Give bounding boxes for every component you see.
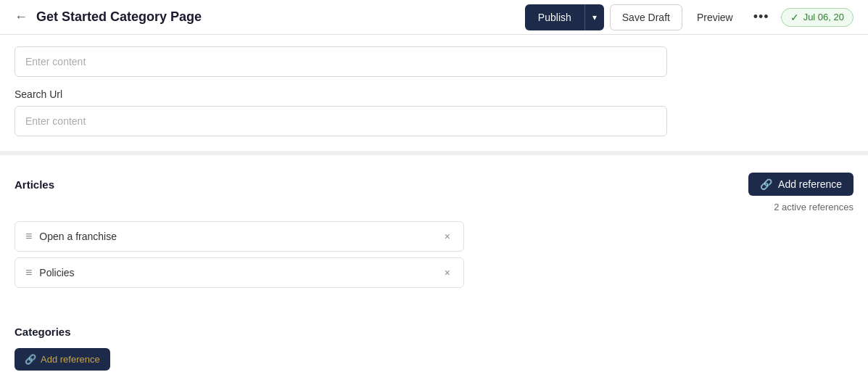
fields-section: Search Url	[0, 35, 868, 155]
back-button[interactable]: ←	[15, 9, 28, 25]
publish-button-group: Publish ▾	[525, 4, 604, 30]
status-badge: ✓ Jul 06, 20	[781, 8, 853, 27]
page-title: Get Started Category Page	[36, 9, 525, 25]
add-reference-button-articles[interactable]: 🔗 Add reference	[748, 173, 853, 196]
articles-title: Articles	[15, 178, 54, 191]
ref-text-0: Open a franchise	[39, 231, 117, 242]
drag-handle-icon-0: ≡	[25, 230, 32, 243]
content-input-1[interactable]	[15, 46, 667, 77]
remove-reference-button-0[interactable]: ×	[442, 229, 453, 244]
ref-left-1: ≡ Policies	[25, 266, 75, 279]
header-actions: Publish ▾ Save Draft Preview ••• ✓ Jul 0…	[525, 4, 853, 30]
categories-section: Categories 🔗 Add reference	[0, 311, 868, 372]
ref-text-1: Policies	[39, 267, 74, 278]
add-reference-label-articles: Add reference	[778, 178, 842, 190]
publish-button[interactable]: Publish	[525, 4, 584, 30]
active-references-count: 2 active references	[15, 202, 853, 212]
link-icon-articles: 🔗	[760, 178, 772, 190]
status-date: Jul 06, 20	[803, 12, 844, 22]
categories-title: Categories	[15, 326, 853, 338]
reference-item-1: ≡ Policies ×	[15, 257, 464, 288]
link-icon-categories: 🔗	[25, 354, 36, 365]
drag-handle-icon-1: ≡	[25, 266, 32, 279]
articles-header-row: Articles 🔗 Add reference	[15, 173, 853, 196]
ref-left-0: ≡ Open a franchise	[25, 230, 117, 243]
more-options-button[interactable]: •••	[748, 4, 775, 30]
save-draft-button[interactable]: Save Draft	[610, 4, 682, 30]
publish-dropdown-button[interactable]: ▾	[584, 4, 604, 30]
remove-reference-button-1[interactable]: ×	[442, 265, 453, 280]
main-content: Search Url Articles 🔗 Add reference 2 ac…	[0, 35, 868, 372]
reference-item-0: ≡ Open a franchise ×	[15, 221, 464, 252]
header: ← Get Started Category Page Publish ▾ Sa…	[0, 0, 868, 35]
check-icon: ✓	[790, 12, 799, 23]
add-reference-button-categories[interactable]: 🔗 Add reference	[15, 348, 110, 371]
add-reference-label-categories: Add reference	[41, 354, 100, 365]
search-url-label: Search Url	[15, 88, 853, 100]
chevron-down-icon: ▾	[592, 12, 597, 22]
articles-section: Articles 🔗 Add reference 2 active refere…	[0, 155, 868, 311]
preview-button[interactable]: Preview	[688, 4, 742, 30]
search-url-input[interactable]	[15, 106, 667, 136]
